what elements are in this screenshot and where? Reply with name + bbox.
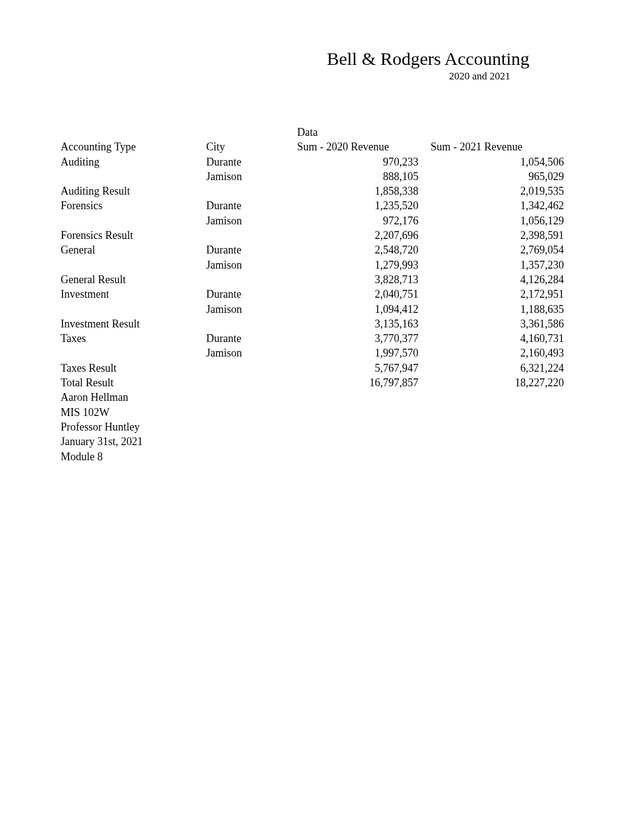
total-2020: 16,797,857 <box>297 375 431 390</box>
result-2020: 1,858,338 <box>297 184 431 198</box>
header-spacer <box>206 125 297 139</box>
total-result-row: Total Result 16,797,857 18,227,220 <box>61 375 583 390</box>
header-spacer <box>61 125 206 139</box>
result-row: Taxes Result5,767,9476,321,224 <box>61 361 583 375</box>
revenue-2021-cell: 1,342,462 <box>431 198 564 213</box>
header-accounting-type: Accounting Type <box>61 139 206 154</box>
revenue-2021-cell: 1,188,635 <box>431 302 564 317</box>
revenue-2021-cell: 1,054,506 <box>431 155 564 169</box>
result-label: Taxes Result <box>61 361 206 375</box>
city-cell: Durante <box>206 331 297 346</box>
result-row: Investment Result3,135,1633,361,586 <box>61 317 583 331</box>
result-2021: 3,361,586 <box>431 317 564 331</box>
revenue-2020-cell: 2,548,720 <box>297 243 431 257</box>
data-header-row: Data <box>61 125 583 139</box>
footer-block: Aaron Hellman MIS 102W Professor Huntley… <box>61 390 583 463</box>
result-2020: 2,207,696 <box>297 228 431 243</box>
revenue-2020-cell: 888,105 <box>297 169 431 184</box>
table-row: Jamison1,997,5702,160,493 <box>61 346 583 360</box>
result-2021: 4,126,284 <box>431 272 564 287</box>
result-2021: 6,321,224 <box>431 361 564 375</box>
revenue-2020-cell: 1,997,570 <box>297 346 431 360</box>
result-2021: 2,019,535 <box>431 184 564 198</box>
result-row: Forensics Result2,207,6962,398,591 <box>61 228 583 243</box>
result-row: Auditing Result1,858,3382,019,535 <box>61 184 583 198</box>
revenue-2020-cell: 972,176 <box>297 213 431 228</box>
accounting-type-cell: Auditing <box>61 155 206 169</box>
revenue-2020-cell: 2,040,751 <box>297 287 431 301</box>
accounting-type-cell <box>61 258 206 272</box>
accounting-type-cell <box>61 213 206 228</box>
city-cell: Jamison <box>206 169 297 184</box>
total-city-spacer <box>206 375 297 390</box>
table-row: Jamison972,1761,056,129 <box>61 213 583 228</box>
footer-professor: Professor Huntley <box>61 420 583 434</box>
revenue-2021-cell: 2,769,054 <box>431 243 564 257</box>
footer-course: MIS 102W <box>61 405 583 420</box>
result-label: Investment Result <box>61 317 206 331</box>
result-city-spacer <box>206 228 297 243</box>
result-row: General Result3,828,7134,126,284 <box>61 272 583 287</box>
city-cell: Jamison <box>206 302 297 317</box>
revenue-2021-cell: 1,056,129 <box>431 213 564 228</box>
accounting-type-cell: Taxes <box>61 331 206 346</box>
data-label: Data <box>297 125 431 139</box>
pivot-table: Data Accounting Type City Sum - 2020 Rev… <box>61 125 583 464</box>
accounting-type-cell: Investment <box>61 287 206 301</box>
revenue-2020-cell: 1,279,993 <box>297 258 431 272</box>
table-row: ForensicsDurante1,235,5201,342,462 <box>61 198 583 213</box>
table-row: GeneralDurante2,548,7202,769,054 <box>61 243 583 257</box>
result-2020: 3,828,713 <box>297 272 431 287</box>
accounting-type-cell <box>61 302 206 317</box>
revenue-2021-cell: 1,357,230 <box>431 258 564 272</box>
city-cell: Durante <box>206 243 297 257</box>
city-cell: Durante <box>206 198 297 213</box>
title-block: Bell & Rodgers Accounting 2020 and 2021 <box>273 49 583 82</box>
table-row: Jamison888,105965,029 <box>61 169 583 184</box>
revenue-2021-cell: 965,029 <box>431 169 564 184</box>
header-sum-2020: Sum - 2020 Revenue <box>297 139 431 154</box>
table-row: Jamison1,279,9931,357,230 <box>61 258 583 272</box>
table-row: TaxesDurante3,770,3774,160,731 <box>61 331 583 346</box>
revenue-2020-cell: 1,094,412 <box>297 302 431 317</box>
revenue-2021-cell: 2,160,493 <box>431 346 564 360</box>
header-city: City <box>206 139 297 154</box>
table-row: AuditingDurante970,2331,054,506 <box>61 155 583 169</box>
revenue-2020-cell: 3,770,377 <box>297 331 431 346</box>
result-city-spacer <box>206 361 297 375</box>
accounting-type-cell: General <box>61 243 206 257</box>
total-2021: 18,227,220 <box>431 375 564 390</box>
result-city-spacer <box>206 272 297 287</box>
accounting-type-cell: Forensics <box>61 198 206 213</box>
city-cell: Jamison <box>206 258 297 272</box>
result-label: Auditing Result <box>61 184 206 198</box>
result-city-spacer <box>206 184 297 198</box>
footer-module: Module 8 <box>61 449 583 464</box>
page-subtitle: 2020 and 2021 <box>376 70 583 82</box>
header-spacer <box>431 125 564 139</box>
page-title: Bell & Rodgers Accounting <box>273 49 583 69</box>
result-2020: 3,135,163 <box>297 317 431 331</box>
city-cell: Durante <box>206 287 297 301</box>
table-row: Jamison1,094,4121,188,635 <box>61 302 583 317</box>
column-header-row: Accounting Type City Sum - 2020 Revenue … <box>61 139 583 154</box>
revenue-2021-cell: 4,160,731 <box>431 331 564 346</box>
footer-date: January 31st, 2021 <box>61 434 583 449</box>
result-2021: 2,398,591 <box>431 228 564 243</box>
header-sum-2021: Sum - 2021 Revenue <box>431 139 564 154</box>
result-label: General Result <box>61 272 206 287</box>
revenue-2020-cell: 1,235,520 <box>297 198 431 213</box>
result-label: Forensics Result <box>61 228 206 243</box>
city-cell: Durante <box>206 155 297 169</box>
city-cell: Jamison <box>206 346 297 360</box>
accounting-type-cell <box>61 346 206 360</box>
result-city-spacer <box>206 317 297 331</box>
revenue-2021-cell: 2,172,951 <box>431 287 564 301</box>
result-2020: 5,767,947 <box>297 361 431 375</box>
city-cell: Jamison <box>206 213 297 228</box>
table-row: InvestmentDurante2,040,7512,172,951 <box>61 287 583 301</box>
footer-author: Aaron Hellman <box>61 390 583 404</box>
total-label: Total Result <box>61 375 206 390</box>
revenue-2020-cell: 970,233 <box>297 155 431 169</box>
accounting-type-cell <box>61 169 206 184</box>
